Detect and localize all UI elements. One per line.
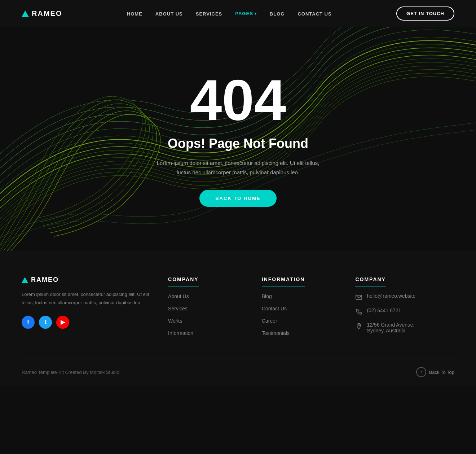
error-code: 404 (190, 71, 286, 129)
info-link-blog[interactable]: Blog (262, 293, 272, 299)
nav-link-blog[interactable]: BLOG (270, 11, 285, 17)
svg-rect-0 (356, 295, 362, 300)
company-link-about[interactable]: About Us (168, 293, 189, 299)
nav-link-services[interactable]: SERVICES (196, 11, 222, 17)
footer-information-links: Blog Contact Us Career Testimonials (262, 293, 341, 336)
get-in-touch-button[interactable]: GET IN TOUCH (396, 6, 454, 21)
footer-brand-col: RAMEO Lorem ipsum dolor sit amet, consec… (22, 276, 154, 340)
contact-phone-value: (02) 6441 6721 (367, 307, 401, 313)
location-icon (355, 323, 362, 330)
footer: RAMEO Lorem ipsum dolor sit amet, consec… (0, 251, 476, 386)
nav-item-services[interactable]: SERVICES (196, 10, 222, 17)
nav-item-pages[interactable]: PAGES ▾ (235, 11, 257, 16)
info-link-testimonials[interactable]: Testimonials (262, 330, 290, 336)
footer-logo-triangle-icon (22, 277, 28, 283)
footer-company-title: COMPANY (168, 276, 199, 287)
contact-email-value: hello@rameo.website (367, 293, 415, 299)
footer-logo[interactable]: RAMEO (22, 276, 154, 284)
footer-contact-col: COMPANY hello@rameo.website (02) 6441 67… (355, 276, 454, 340)
twitter-icon[interactable]: 𝕥 (39, 316, 52, 329)
nav-item-blog[interactable]: BLOG (270, 10, 285, 17)
back-to-top-link[interactable]: ↑ Back To Top (416, 367, 454, 377)
navbar: RAMEO HOME ABOUT US SERVICES PAGES ▾ BLO… (0, 0, 476, 27)
email-icon (355, 294, 362, 301)
hero-section: 404 Oops! Page Not Found Lorem ipsum dol… (0, 27, 476, 251)
nav-item-contact[interactable]: CONTACT US (298, 10, 331, 17)
footer-company-col: COMPANY About Us Services Works Informat… (168, 276, 247, 340)
footer-copyright: Rameo Template Kit Created By Moitalk St… (22, 370, 119, 375)
contact-phone-item: (02) 6441 6721 (355, 307, 454, 315)
nav-links: HOME ABOUT US SERVICES PAGES ▾ BLOG CONT… (127, 10, 332, 17)
footer-company-links: About Us Services Works Information (168, 293, 247, 336)
footer-brand-description: Lorem ipsum dolor sit amet, consectetur … (22, 290, 154, 307)
error-description: Lorem ipsum dolor sit amet, consectetur … (157, 158, 319, 177)
nav-item-home[interactable]: HOME (127, 10, 142, 17)
list-item[interactable]: Career (262, 318, 341, 324)
back-to-top-label: Back To Top (429, 370, 454, 375)
list-item[interactable]: Services (168, 305, 247, 312)
youtube-icon[interactable]: ▶ (56, 316, 69, 329)
nav-item-about[interactable]: ABOUT US (155, 10, 183, 17)
logo-text: RAMEO (32, 9, 62, 18)
facebook-icon[interactable]: f (22, 316, 35, 329)
list-item[interactable]: Testimonials (262, 330, 341, 336)
back-to-home-button[interactable]: BACK TO HOME (199, 190, 277, 207)
nav-link-contact[interactable]: CONTACT US (298, 11, 331, 17)
list-item[interactable]: Contact Us (262, 305, 341, 312)
footer-information-title: INFORMATION (262, 276, 305, 287)
info-link-career[interactable]: Career (262, 318, 277, 324)
company-link-services[interactable]: Services (168, 306, 188, 311)
company-link-works[interactable]: Works (168, 318, 182, 324)
footer-information-col: INFORMATION Blog Contact Us Career Testi… (262, 276, 341, 340)
list-item[interactable]: Works (168, 318, 247, 324)
phone-icon (355, 308, 362, 315)
contact-address-value: 12/56 Grand Avenue, Sydney, Australia (367, 322, 414, 333)
footer-top: RAMEO Lorem ipsum dolor sit amet, consec… (22, 276, 454, 358)
svg-point-1 (358, 324, 360, 326)
contact-email-item: hello@rameo.website (355, 293, 454, 301)
nav-link-pages[interactable]: PAGES ▾ (235, 11, 257, 16)
error-title: Oops! Page Not Found (168, 136, 308, 151)
footer-logo-text: RAMEO (31, 276, 59, 284)
list-item[interactable]: Information (168, 330, 247, 336)
logo-triangle-icon (22, 10, 29, 17)
list-item[interactable]: About Us (168, 293, 247, 300)
nav-link-about[interactable]: ABOUT US (155, 11, 183, 17)
nav-link-home[interactable]: HOME (127, 11, 142, 17)
footer-contact-title: COMPANY (355, 276, 386, 287)
list-item[interactable]: Blog (262, 293, 341, 300)
company-link-information[interactable]: Information (168, 330, 193, 336)
nav-logo[interactable]: RAMEO (22, 9, 62, 18)
contact-address-item: 12/56 Grand Avenue, Sydney, Australia (355, 322, 454, 333)
chevron-down-icon: ▾ (255, 12, 257, 16)
footer-bottom: Rameo Template Kit Created By Moitalk St… (22, 358, 454, 386)
social-icons-group: f 𝕥 ▶ (22, 316, 154, 329)
info-link-contact[interactable]: Contact Us (262, 306, 287, 311)
back-to-top-icon: ↑ (416, 367, 426, 377)
